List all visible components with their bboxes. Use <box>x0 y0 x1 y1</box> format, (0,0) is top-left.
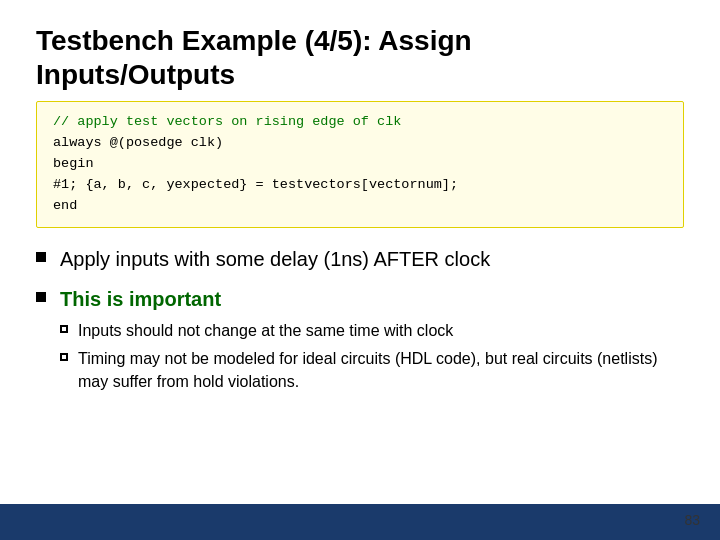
code-line5: end <box>53 198 77 213</box>
bullet-list: Apply inputs with some delay (1ns) AFTER… <box>36 246 684 393</box>
code-block: // apply test vectors on rising edge of … <box>36 101 684 228</box>
bullet-square-2 <box>36 292 46 302</box>
sub-bullet-square-2 <box>60 353 68 361</box>
bullet-text-1: Apply inputs with some delay (1ns) AFTER… <box>60 246 490 272</box>
sub-bullet-text-1: Inputs should not change at the same tim… <box>78 320 453 342</box>
bullet-item-1: Apply inputs with some delay (1ns) AFTER… <box>36 246 684 272</box>
page-number: 83 <box>684 512 700 528</box>
code-line4: #1; {a, b, c, yexpected} = testvectors[v… <box>53 177 458 192</box>
code-line2: always @(posedge clk) <box>53 135 223 150</box>
sub-bullet-item-1: Inputs should not change at the same tim… <box>60 320 684 342</box>
slide-title: Testbench Example (4/5): Assign Inputs/O… <box>36 24 684 91</box>
code-line3: begin <box>53 156 94 171</box>
sub-bullet-item-2: Timing may not be modeled for ideal circ… <box>60 348 684 393</box>
bullet-text-2: This is important <box>60 288 221 310</box>
title-line2: Inputs/Outputs <box>36 59 235 90</box>
title-line1: Testbench Example (4/5): Assign <box>36 25 472 56</box>
sub-bullet-text-2: Timing may not be modeled for ideal circ… <box>78 348 684 393</box>
bottom-bar <box>0 504 720 540</box>
sub-bullet-list: Inputs should not change at the same tim… <box>60 320 684 393</box>
bullet-square-1 <box>36 252 46 262</box>
bullet-2-content: This is important Inputs should not chan… <box>60 286 684 393</box>
sub-bullet-square-1 <box>60 325 68 333</box>
code-comment: // apply test vectors on rising edge of … <box>53 114 401 129</box>
slide-container: Testbench Example (4/5): Assign Inputs/O… <box>0 0 720 540</box>
bullet-item-2: This is important Inputs should not chan… <box>36 286 684 393</box>
